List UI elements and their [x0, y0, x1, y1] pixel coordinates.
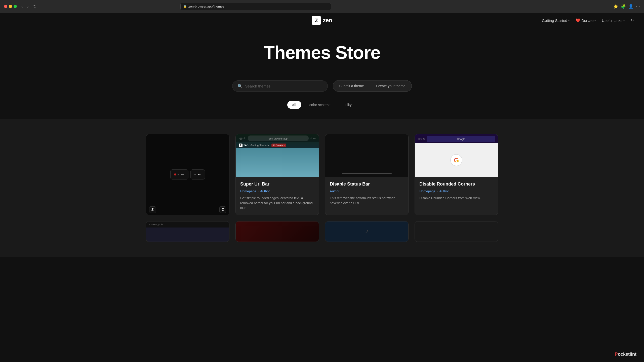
filter-section: all color-scheme utility [0, 97, 644, 119]
reload-button[interactable]: ↻ [32, 3, 38, 10]
search-icon: 🔍 [237, 84, 243, 88]
card-homepage-super-url[interactable]: Homepage [240, 189, 256, 193]
card-body-now-playing: Now playing indicator Homepage • Author … [146, 215, 229, 215]
su-url-bar: zen-browser.app [248, 135, 309, 141]
card-preview-row2-4 [415, 221, 498, 242]
card-body-super-url: Super Url Bar Homepage • Author Get simp… [236, 177, 319, 215]
logo-letter: Z [315, 18, 318, 23]
heart-icon: ❤️ [576, 18, 580, 23]
rc-topbar: ◁ ▷ ↻ Google [415, 134, 498, 143]
spinner-icon: ↻ [631, 18, 634, 23]
r2c3-content: ↗ [325, 221, 408, 242]
filter-color-scheme[interactable]: color-scheme [304, 101, 336, 109]
rc-google-logo: G [450, 154, 462, 166]
np-arrow-1: ← [181, 172, 185, 177]
theme-card-rounded-corners: ◁ ▷ ↻ Google G Disable Rounded Corners [415, 134, 498, 215]
np-red-dot [174, 173, 176, 175]
card-homepage-rounded-corners[interactable]: Homepage [419, 189, 435, 193]
hero-title: Themes Store [5, 43, 639, 63]
card-body-status-bar: Disable Status Bar Author This removes t… [325, 177, 408, 210]
card-title-super-url: Super Url Bar [240, 182, 314, 187]
theme-card-row2-2 [235, 221, 319, 242]
rc-g-letter: G [454, 156, 459, 164]
back-button[interactable]: ‹ [20, 3, 24, 10]
submit-theme-button[interactable]: Submit a theme [333, 80, 370, 92]
su-content [236, 148, 319, 177]
r2c2-content [236, 221, 319, 242]
su-icons-right: ☆ ⋯ [310, 137, 316, 140]
useful-links-link[interactable]: Useful Links ▾ [602, 18, 625, 23]
card-author-rounded-corners[interactable]: Author [439, 189, 449, 193]
np-preview-inner: ≡ ← ≡ ← [170, 169, 205, 179]
logo[interactable]: Z zen [312, 16, 332, 25]
nav-buttons: ‹ › ↻ [20, 3, 38, 10]
card-links-super-url: Homepage • Author [240, 189, 314, 193]
logo-text: zen [323, 17, 332, 24]
donate-link[interactable]: ❤️ Donate ▾ [576, 18, 596, 23]
useful-links-label: Useful Links [602, 18, 622, 23]
cards-grid-row2: ≡ Main ◁ ▷ ↻ ↗ [146, 221, 498, 242]
url-text: zen-browser.app/themes [188, 5, 224, 8]
r2c1-bar-text: ≡ Main ◁ ▷ ↻ [149, 223, 163, 226]
np-z-logo-2: Z [222, 208, 224, 212]
bookmark-icon[interactable]: ⭐ [613, 4, 618, 9]
menu-icon[interactable]: ⋯ [636, 4, 640, 9]
card-preview-super-url: ◁ ▷ ↻ zen-browser.app ☆ ⋯ Z zen Getting … [236, 134, 319, 177]
browser-toolbar-right: ⭐ 🧩 👤 ⋯ [613, 4, 640, 9]
np-tab-icon-2: ≡ [194, 173, 196, 176]
action-buttons: Submit a theme Create your theme [333, 80, 412, 92]
card-links-status-bar: Author [330, 189, 404, 193]
sb-indicator [342, 173, 392, 174]
card-author-super-url[interactable]: Author [260, 189, 270, 193]
search-section: 🔍 Submit a theme Create your theme [0, 73, 644, 97]
su-zen: zen [244, 144, 249, 147]
card-preview-status-bar [325, 134, 408, 177]
card-preview-now-playing: ≡ ← ≡ ← Z Z [146, 134, 229, 215]
r2c3-icon: ↗ [365, 229, 369, 235]
close-button[interactable] [4, 5, 7, 8]
hero: Themes Store [0, 28, 644, 73]
card-desc-status-bar: This removes the bottom-left status bar … [330, 196, 404, 205]
np-z-logo: Z [151, 208, 154, 212]
watermark-p: P [615, 352, 618, 357]
card-desc-rounded-corners: Disable Rounded Corners from Web View. [419, 196, 493, 201]
create-theme-button[interactable]: Create your theme [370, 80, 412, 92]
su-nav-icons: ◁ ▷ ↻ [239, 137, 246, 140]
minimize-button[interactable] [9, 5, 12, 8]
search-bar[interactable]: 🔍 [232, 80, 328, 92]
theme-card-row2-4 [415, 221, 498, 242]
su-topbar: ◁ ▷ ↻ zen-browser.app ☆ ⋯ [236, 134, 319, 142]
filter-utility[interactable]: utility [339, 101, 357, 109]
extensions-icon[interactable]: 🧩 [621, 4, 626, 9]
card-title-status-bar: Disable Status Bar [330, 182, 404, 187]
rc-url-bar: Google [427, 136, 495, 142]
theme-card-now-playing: ≡ ← ≡ ← Z Z [146, 134, 229, 215]
getting-started-link[interactable]: Getting Started ▾ [542, 18, 570, 23]
su-navbar: Z zen Getting Started ▾ ❤ Donate ▾ [236, 142, 319, 148]
card-links-rounded-corners: Homepage • Author [419, 189, 493, 193]
search-input[interactable] [245, 84, 323, 88]
np-logo-badge-2: Z [219, 206, 226, 213]
su-donate: ❤ Donate ▾ [271, 144, 286, 147]
address-bar[interactable]: 🔒 zen-browser.app/themes [180, 3, 331, 10]
useful-links-chevron: ▾ [623, 19, 625, 22]
donate-chevron: ▾ [594, 19, 596, 22]
watermark: Pocketlint [615, 352, 636, 357]
lock-icon: 🔒 [183, 5, 187, 8]
su-link-gs: Getting Started ▾ [251, 144, 269, 147]
nav-links: Getting Started ▾ ❤️ Donate ▾ Useful Lin… [542, 18, 634, 23]
forward-button[interactable]: › [26, 3, 30, 10]
maximize-button[interactable] [14, 5, 17, 8]
theme-card-row2-3: ↗ [325, 221, 409, 242]
card-author-status-bar[interactable]: Author [330, 189, 339, 193]
theme-card-status-bar: Disable Status Bar Author This removes t… [325, 134, 409, 215]
su-z: Z [239, 144, 243, 147]
traffic-lights [4, 5, 17, 8]
getting-started-chevron: ▾ [568, 19, 570, 22]
spinner-link[interactable]: ↻ [631, 18, 634, 23]
cards-grid: ≡ ← ≡ ← Z Z [146, 134, 498, 215]
profile-icon[interactable]: 👤 [628, 4, 633, 9]
filter-all[interactable]: all [287, 101, 301, 109]
su-url-text: zen-browser.app [269, 137, 288, 140]
watermark-suffix: ocketlint [618, 352, 636, 357]
